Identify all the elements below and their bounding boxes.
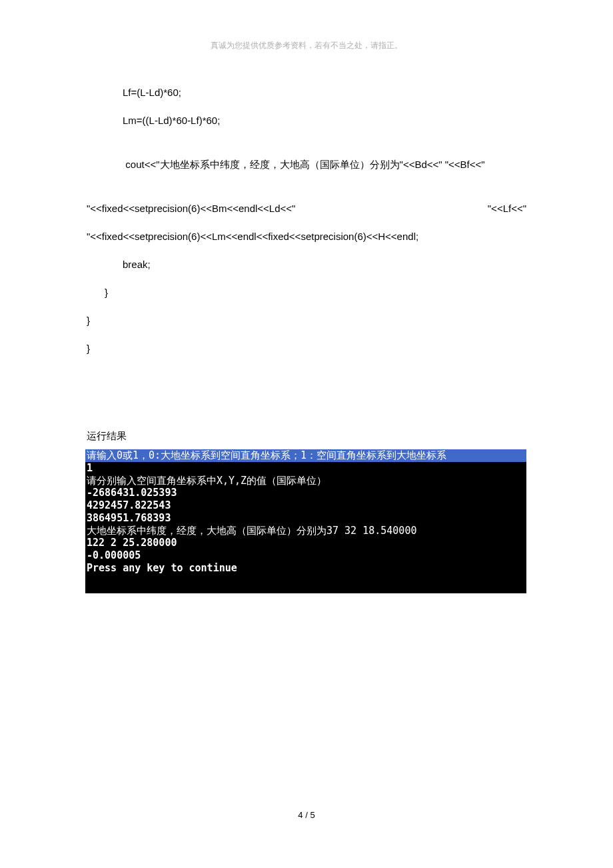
page-header: 真诚为您提供优质参考资料，若有不当之处，请指正。 [87, 40, 526, 51]
console-text: 大地坐标系中纬度，经度，大地高（国际单位）分别为37 32 18.540000 [87, 525, 416, 537]
console-line: 请输入0或1，0:大地坐标系到空间直角坐标系；1：空间直角坐标系到大地坐标系 [85, 449, 526, 462]
code-line: break; [87, 257, 526, 273]
code-line: "<<fixed<<setprecision(6)<<Lm<<endl<<fix… [87, 229, 526, 245]
page-number: 4 / 5 [298, 810, 314, 820]
console-line: 请分别输入空间直角坐标系中X,Y,Z的值（国际单位） [85, 475, 526, 487]
page-footer: 4 / 5 [0, 810, 613, 820]
console-line: 4292457.822543 [85, 499, 526, 512]
code-line: } [87, 313, 526, 329]
code-line: cout<<"大地坐标系中纬度，经度，大地高（国际单位）分别为"<<Bd<<" … [87, 141, 526, 189]
code-text: "<<fixed<<setprecision(6)<<Bm<<endl<<Ld<… [87, 201, 295, 217]
code-line: } [87, 341, 526, 357]
console-output: 请输入0或1，0:大地坐标系到空间直角坐标系；1：空间直角坐标系到大地坐标系 1… [85, 449, 526, 593]
code-line: Lf=(L-Ld)*60; [87, 85, 526, 101]
code-line: } [87, 285, 526, 301]
code-text: "<<Lf<<" [488, 201, 526, 217]
section-title: 运行结果 [87, 430, 526, 443]
code-line: "<<fixed<<setprecision(6)<<Bm<<endl<<Ld<… [87, 201, 526, 217]
header-text: 真诚为您提供优质参考资料，若有不当之处，请指正。 [211, 41, 402, 50]
code-text: cout<<"大地坐标系中纬度，经度，大地高（国际单位）分别为"<<Bd<<" … [103, 159, 485, 170]
console-line: 大地坐标系中纬度，经度，大地高（国际单位）分别为37 32 18.540000 [85, 525, 526, 537]
console-line: -0.000005 [85, 549, 526, 562]
console-line: Press any key to continue [85, 562, 526, 593]
code-line: Lm=((L-Ld)*60-Lf)*60; [87, 113, 526, 129]
console-line: 1 [85, 462, 526, 475]
code-block: Lf=(L-Ld)*60; Lm=((L-Ld)*60-Lf)*60; cout… [87, 85, 526, 357]
console-line: -2686431.025393 [85, 487, 526, 499]
console-line: 3864951.768393 [85, 512, 526, 525]
console-line: 122 2 25.280000 [85, 537, 526, 549]
